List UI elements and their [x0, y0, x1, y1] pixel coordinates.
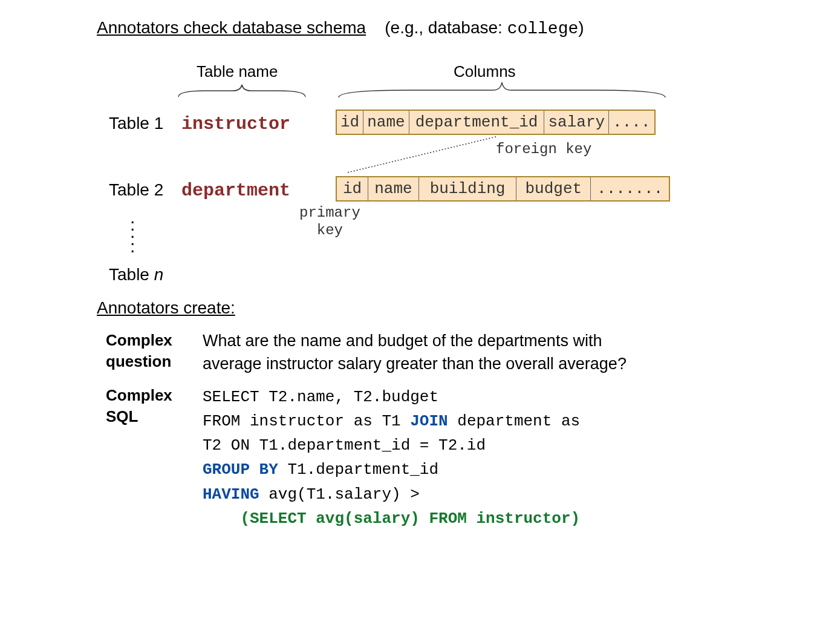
- table2-label: Table 2: [109, 180, 163, 200]
- table2-name: department: [181, 180, 290, 201]
- complex-sql-block: Complex SQL SELECT T2.name, T2.budget FR…: [106, 385, 822, 531]
- header-example-suffix: ): [578, 18, 584, 37]
- table2-col-name: name: [368, 177, 418, 200]
- header-title: Annotators check database schema: [97, 18, 366, 37]
- table2-col-more: .......: [591, 177, 669, 200]
- svg-line-0: [348, 137, 496, 172]
- brace-columns: [336, 79, 668, 100]
- annotators-create-header: Annotators create:: [97, 298, 822, 318]
- table1-name: instructor: [181, 114, 290, 134]
- vertical-dots: .....: [130, 214, 135, 250]
- label-columns: Columns: [454, 62, 516, 81]
- complex-question-block: Complex question What are the name and b…: [106, 330, 822, 376]
- complex-sql-code: SELECT T2.name, T2.budget FROM instructo…: [203, 385, 822, 531]
- table-n-label: Table n: [109, 265, 163, 284]
- label-table-name: Table name: [197, 62, 278, 81]
- table1-columns: id name department_id salary ....: [336, 110, 656, 135]
- table2-col-budget: budget: [516, 177, 591, 200]
- table2-col-id: id: [337, 177, 368, 200]
- header-section: Annotators check database schema (e.g., …: [97, 18, 822, 38]
- header-example-prefix: (e.g., database:: [385, 18, 507, 37]
- foreign-key-line: [345, 135, 502, 177]
- table2-columns: id name building budget .......: [336, 176, 670, 202]
- table1-col-deptid: department_id: [409, 111, 545, 134]
- complex-question-label: Complex question: [106, 330, 203, 376]
- table1-col-more: ....: [609, 111, 654, 134]
- pk-word1: primary: [299, 205, 360, 221]
- table1-col-id: id: [337, 111, 363, 134]
- complex-sql-label: Complex SQL: [106, 385, 203, 531]
- table1-col-name: name: [363, 111, 409, 134]
- table1-col-salary: salary: [544, 111, 609, 134]
- schema-diagram: Table name Columns Table 1 instructor id…: [97, 62, 822, 286]
- foreign-key-label: foreign key: [496, 141, 591, 157]
- table1-label: Table 1: [109, 114, 163, 133]
- header-example-db: college: [507, 19, 579, 38]
- table2-col-building: building: [419, 177, 517, 200]
- pk-word2: key: [317, 222, 343, 238]
- brace-table-name: [175, 82, 308, 100]
- primary-key-label: primary key: [299, 205, 360, 240]
- complex-question-text: What are the name and budget of the depa…: [203, 330, 662, 376]
